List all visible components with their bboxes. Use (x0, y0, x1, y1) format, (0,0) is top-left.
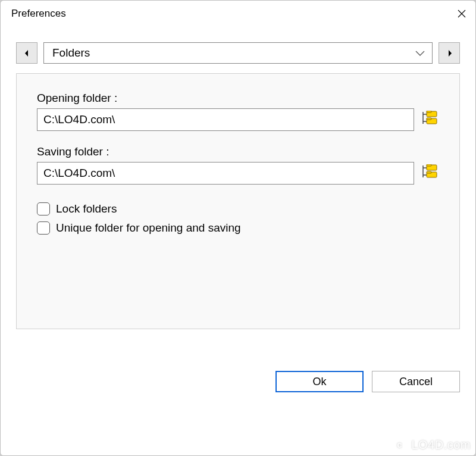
svg-rect-3 (427, 118, 431, 120)
saving-folder-row (37, 162, 439, 185)
category-dropdown[interactable]: Folders (43, 42, 433, 64)
opening-folder-row (37, 108, 439, 131)
titlebar: Preferences (1, 1, 475, 27)
dialog-body: Folders Opening folder : (1, 27, 475, 329)
arrow-left-icon (24, 50, 30, 57)
browse-saving-button[interactable] (421, 164, 439, 182)
arrow-right-icon (447, 50, 452, 57)
preferences-dialog: Preferences Folders (0, 0, 476, 456)
svg-rect-7 (427, 171, 431, 173)
watermark: c LO4D.com (392, 438, 471, 452)
lock-folders-row: Lock folders (37, 202, 439, 215)
category-dropdown-label: Folders (52, 46, 415, 60)
chevron-down-icon (415, 48, 425, 58)
prev-category-button[interactable] (16, 42, 37, 64)
opening-folder-input[interactable] (37, 108, 414, 131)
svg-rect-5 (427, 164, 431, 166)
ok-button-label: Ok (312, 376, 326, 388)
opening-folder-label: Opening folder : (37, 92, 439, 105)
folders-panel: Opening folder : (16, 73, 460, 329)
folder-tree-icon (422, 111, 439, 129)
saving-folder-label: Saving folder : (37, 145, 439, 158)
folder-tree-icon (422, 164, 439, 182)
close-icon (458, 10, 466, 18)
cancel-button[interactable]: Cancel (372, 371, 460, 392)
browse-opening-button[interactable] (421, 111, 439, 129)
next-category-button[interactable] (439, 42, 460, 64)
category-nav: Folders (16, 42, 460, 64)
unique-folder-checkbox[interactable] (37, 221, 50, 235)
lock-folders-checkbox[interactable] (37, 202, 50, 215)
unique-folder-row: Unique folder for opening and saving (37, 221, 439, 235)
ok-button[interactable]: Ok (275, 371, 364, 392)
saving-folder-input[interactable] (37, 162, 414, 185)
svg-rect-1 (427, 111, 431, 113)
dialog-buttons: Ok Cancel (275, 371, 460, 392)
close-button[interactable] (448, 1, 475, 27)
unique-folder-label: Unique folder for opening and saving (56, 221, 241, 235)
cancel-button-label: Cancel (399, 376, 433, 388)
lock-folders-label: Lock folders (56, 202, 117, 215)
window-title: Preferences (11, 8, 448, 20)
watermark-text: LO4D.com (411, 438, 471, 452)
copyright-icon: c (392, 438, 406, 452)
